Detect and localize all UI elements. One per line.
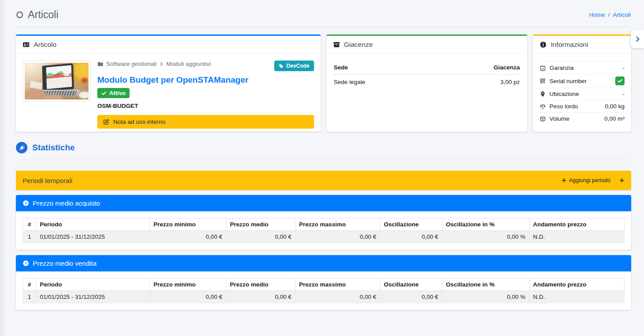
table-header-row: # Periodo Prezzo minimo Prezzo medio Pre… bbox=[23, 279, 625, 291]
statistics-header: Statistiche bbox=[16, 142, 631, 153]
photo-flower-red bbox=[81, 78, 88, 83]
question-circle-icon[interactable]: ? bbox=[23, 260, 29, 267]
photo-cup bbox=[79, 92, 88, 99]
collapse-periods-button[interactable] bbox=[619, 178, 625, 183]
info-row-peso: Peso lordo 0,00 kg bbox=[540, 100, 625, 112]
col-oscillazione: Oscillazione bbox=[380, 218, 442, 231]
col-prezzo-massimo: Prezzo massimo bbox=[295, 279, 380, 291]
calendar-check-icon bbox=[540, 65, 546, 71]
stock-col-location: Sede bbox=[333, 61, 435, 75]
product-image-frame bbox=[23, 61, 91, 102]
col-periodo: Periodo bbox=[36, 218, 150, 231]
cell-periodo: 01/01/2025 - 31/12/2025 bbox=[36, 231, 150, 243]
add-period-button[interactable]: Aggiungi periodo bbox=[561, 177, 610, 183]
cell-prezzo-minimo: 0,00 € bbox=[150, 291, 226, 303]
product-name-link[interactable]: Modulo Budget per OpenSTAManager bbox=[97, 75, 314, 85]
serial-checkbox[interactable] bbox=[615, 76, 625, 85]
table-row: 1 01/01/2025 - 31/12/2025 0,00 € 0,00 € … bbox=[23, 231, 625, 243]
article-card: Articolo bbox=[16, 34, 321, 132]
photo-chart-panel bbox=[46, 65, 72, 89]
info-card: Informazioni Garanzia - Serial number bbox=[533, 34, 631, 132]
info-value: - bbox=[623, 91, 625, 97]
info-card-header: Informazioni bbox=[533, 36, 631, 54]
stock-card-body: Sede Giacenza Sede legale 3,00 pz bbox=[326, 54, 528, 132]
sale-price-title: Prezzo medio vendita bbox=[33, 260, 96, 267]
col-prezzo-massimo: Prezzo massimo bbox=[295, 218, 380, 231]
svg-text:?: ? bbox=[25, 261, 27, 266]
info-card-body: Garanzia - Serial number Ubicazione - bbox=[533, 54, 631, 132]
stock-card-header: Giacenze bbox=[326, 36, 528, 54]
purchase-price-title: Prezzo medio acquisto bbox=[33, 199, 100, 207]
col-oscillazione-pct: Oscillazione in % bbox=[442, 218, 529, 231]
cell-prezzo-massimo: 0,00 € bbox=[295, 231, 380, 243]
purchase-price-section: ? Prezzo medio acquisto # Periodo Prezzo… bbox=[16, 195, 631, 250]
sale-price-body: # Periodo Prezzo minimo Prezzo medio Pre… bbox=[16, 271, 631, 310]
col-prezzo-medio: Prezzo medio bbox=[226, 279, 295, 291]
balance-scale-icon bbox=[540, 103, 546, 110]
article-card-body: Software gestionali Moduli aggiuntivi De… bbox=[16, 54, 321, 135]
archive-icon bbox=[333, 41, 340, 48]
stock-col-quantity: Giacenza bbox=[435, 61, 521, 75]
cell-index: 1 bbox=[23, 231, 36, 243]
statistics-divider bbox=[16, 160, 631, 160]
subcategory-link[interactable]: Moduli aggiuntivi bbox=[166, 61, 211, 67]
cell-andamento: N.D. bbox=[529, 291, 625, 303]
circle-icon bbox=[16, 11, 23, 19]
article-details: Software gestionali Moduli aggiuntivi De… bbox=[97, 61, 314, 129]
cell-prezzo-medio: 0,00 € bbox=[226, 291, 295, 303]
purchase-price-body: # Periodo Prezzo minimo Prezzo medio Pre… bbox=[16, 211, 631, 250]
info-value: - bbox=[623, 65, 625, 71]
article-card-header: Articolo bbox=[16, 36, 321, 54]
stock-table: Sede Giacenza Sede legale 3,00 pz bbox=[333, 61, 521, 89]
stock-table-row: Sede legale 3,00 pz bbox=[333, 75, 521, 90]
periods-bar: Periodi temporali Aggiungi periodo bbox=[16, 171, 631, 190]
info-row-serial: Serial number bbox=[540, 74, 625, 88]
check-icon bbox=[101, 91, 107, 96]
col-index: # bbox=[23, 218, 36, 231]
photo-laptop-screen bbox=[42, 63, 74, 92]
info-circle-icon bbox=[540, 41, 547, 48]
category-path: Software gestionali Moduli aggiuntivi bbox=[97, 61, 211, 67]
page-title: Articoli bbox=[16, 9, 58, 21]
id-card-icon bbox=[23, 41, 30, 48]
map-marker-icon bbox=[540, 91, 546, 97]
category-link[interactable]: Software gestionali bbox=[106, 61, 157, 67]
breadcrumb: Home / Articoli bbox=[589, 11, 631, 18]
internal-note-button[interactable]: Nota ad uso interno bbox=[97, 115, 314, 129]
product-image[interactable] bbox=[25, 63, 88, 99]
col-andamento: Andamento prezzo bbox=[529, 218, 625, 231]
plus-icon bbox=[619, 178, 625, 183]
sidebar-toggle-button[interactable] bbox=[631, 30, 644, 48]
purchase-price-table: # Periodo Prezzo minimo Prezzo medio Pre… bbox=[23, 218, 625, 243]
question-circle-icon[interactable]: ? bbox=[23, 200, 29, 206]
brand-badge[interactable]: DevCode bbox=[274, 61, 314, 71]
add-period-label: Aggiungi periodo bbox=[569, 177, 610, 183]
photo-flowers bbox=[72, 63, 88, 88]
brand-badge-label: DevCode bbox=[286, 63, 309, 69]
col-prezzo-minimo: Prezzo minimo bbox=[150, 279, 226, 291]
col-index: # bbox=[23, 279, 36, 291]
checkbox-checked bbox=[615, 76, 625, 85]
breadcrumb-current-link[interactable]: Articoli bbox=[613, 11, 631, 18]
cell-index: 1 bbox=[23, 291, 36, 303]
cube-icon bbox=[540, 116, 546, 122]
sale-price-section: ? Prezzo medio vendita # Periodo Prezzo … bbox=[16, 255, 631, 310]
cell-oscillazione: 0,00 € bbox=[380, 231, 442, 243]
info-label: Serial number bbox=[549, 78, 586, 84]
breadcrumb-home-link[interactable]: Home bbox=[589, 11, 605, 18]
info-value: 0,00 m³ bbox=[604, 115, 625, 122]
statistics-title: Statistiche bbox=[32, 143, 75, 153]
stock-quantity: 3,00 pz bbox=[435, 75, 521, 90]
info-label: Peso lordo bbox=[549, 103, 578, 110]
cell-prezzo-minimo: 0,00 € bbox=[150, 231, 226, 243]
col-prezzo-minimo: Prezzo minimo bbox=[150, 218, 226, 231]
stock-card: Giacenze Sede Giacenza Sede legale 3,00 … bbox=[326, 34, 528, 132]
cell-prezzo-medio: 0,00 € bbox=[226, 231, 295, 243]
cell-oscillazione-pct: 0,00 % bbox=[442, 231, 529, 243]
chevron-right-icon bbox=[634, 35, 641, 43]
chevron-right-icon bbox=[159, 62, 164, 66]
sale-price-table: # Periodo Prezzo minimo Prezzo medio Pre… bbox=[23, 278, 625, 303]
plug-icon bbox=[16, 142, 27, 153]
info-label: Garanzia bbox=[549, 65, 574, 71]
top-cards-row: Articolo bbox=[16, 34, 631, 132]
